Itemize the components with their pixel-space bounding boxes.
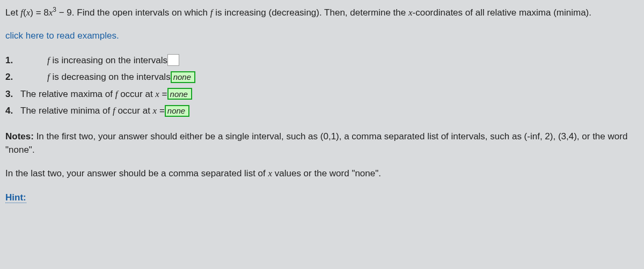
read-examples-link[interactable]: click here to read examples. (5, 31, 119, 41)
item-label: The relative minima of f occur at x = (20, 104, 165, 118)
answer-input-3[interactable] (167, 88, 192, 100)
examples-line: click here to read examples. (5, 29, 639, 43)
text: -coordinates of all relative maxima (min… (413, 8, 592, 18)
answer-input-1[interactable] (167, 54, 179, 66)
answer-input-2[interactable] (171, 71, 195, 83)
math-x: x (408, 8, 413, 18)
item-label: f is decreasing on the intervals (47, 70, 171, 84)
text: is increasing (decreasing). Then, determ… (213, 8, 408, 18)
item-number: 3. (5, 87, 18, 101)
item-number: 2. (5, 70, 18, 84)
last-instruction: In the last two, your answer should be a… (5, 167, 639, 181)
item-number: 4. (5, 104, 18, 118)
notes-paragraph: Notes: In the first two, your answer sho… (5, 130, 639, 157)
hint-line: Hint: (5, 191, 639, 205)
item-label: f is increasing on the intervals (47, 54, 167, 68)
text: Let (5, 8, 20, 18)
question-list: 1. f is increasing on the intervals 2. f… (5, 54, 639, 118)
text: In the last two, your answer should be a… (5, 168, 268, 178)
text: values or the word "none". (272, 168, 381, 178)
question-row-3: 3. The relative maxima of f occur at x = (5, 87, 639, 101)
hint-link[interactable]: Hint: (5, 192, 26, 203)
question-row-1: 1. f is increasing on the intervals (5, 54, 639, 68)
answer-input-4[interactable] (165, 105, 189, 117)
item-label: The relative maxima of f occur at x = (20, 87, 167, 101)
problem-statement: Let f(x) = 8x3 − 9. Find the open interv… (5, 5, 639, 19)
notes-body: In the first two, your answer should eit… (5, 131, 627, 155)
item-number: 1. (5, 54, 18, 68)
math-x: x (268, 168, 272, 178)
text: ) = 8 (30, 8, 49, 18)
text: − 9. Find the open intervals on which (56, 8, 210, 18)
question-row-4: 4. The relative minima of f occur at x = (5, 104, 639, 118)
question-row-2: 2. f is decreasing on the intervals (5, 70, 639, 84)
exponent: 3 (53, 6, 56, 13)
notes-label: Notes: (5, 131, 34, 141)
